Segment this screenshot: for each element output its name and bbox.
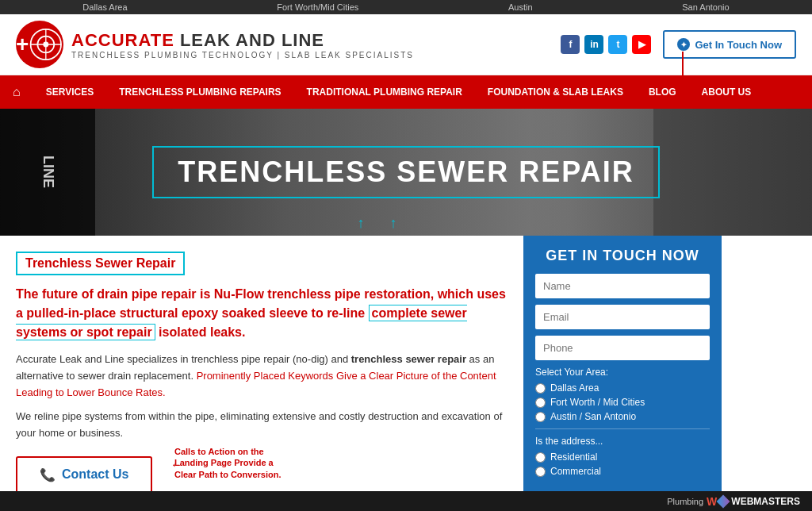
nav-foundation[interactable]: FOUNDATION & SLAB LEAKS	[475, 77, 636, 107]
hero-title: TRENCHLESS SEWER REPAIR	[178, 156, 634, 189]
area-fortworth-label: Fort Worth / Mid Cities	[550, 397, 645, 408]
area-radio-group: Dallas Area Fort Worth / Mid Cities Aust…	[535, 382, 710, 422]
area-label: Select Your Area:	[535, 367, 710, 378]
nav-blog[interactable]: BLOG	[636, 77, 689, 107]
site-header: ACCURATE LEAK AND LINE TRENCHLESS PLUMBI…	[0, 14, 812, 75]
email-input[interactable]	[535, 305, 710, 329]
logo-icon	[16, 21, 63, 68]
youtube-icon[interactable]: ▶	[632, 35, 651, 54]
phone-input[interactable]	[535, 336, 710, 360]
area-austin[interactable]: Austin / San Antonio	[535, 411, 710, 422]
area-dallas-label: Dallas Area	[550, 382, 599, 394]
address-commercial-label: Commercial	[550, 466, 601, 477]
highlight-phrase: complete sewer systems or spot repair	[16, 305, 467, 340]
nav-traditional[interactable]: TRADITIONAL PLUMBING REPAIR	[294, 77, 475, 107]
bottom-bar: Plumbing W WEBMASTERS	[0, 491, 812, 511]
hero-annotation-arrow: ↑	[390, 215, 397, 232]
logo-text: ACCURATE LEAK AND LINE TRENCHLESS PLUMBI…	[71, 30, 414, 60]
hero-annotation-arrow2: ↑	[358, 215, 365, 232]
linkedin-icon[interactable]: in	[584, 35, 603, 54]
address-commercial-radio[interactable]	[535, 467, 546, 477]
main-nav: ⌂ SERVICES TRENCHLESS PLUMBING REPAIRS T…	[0, 75, 812, 109]
social-icons: f in t ▶	[561, 35, 651, 54]
contact-us-button[interactable]: 📞 Contact Us	[16, 456, 152, 494]
contact-form: GET IN TOUCH NOW Select Your Area: Dalla…	[523, 236, 722, 509]
body-paragraph-2: We reline pipe systems from within the p…	[16, 409, 508, 442]
topbar-link-sanantonio[interactable]: San Antonio	[682, 2, 729, 12]
nav-trenchless[interactable]: TRENCHLESS PLUMBING REPAIRS	[106, 77, 293, 107]
address-residential-label: Residential	[550, 451, 597, 463]
cta-button-label: Get In Touch Now	[695, 39, 782, 51]
circle-icon: ✦	[677, 38, 690, 51]
webmasters-brand: WEBMASTERS	[731, 496, 800, 507]
topbar-link-austin[interactable]: Austin	[508, 2, 533, 12]
nav-home[interactable]: ⌂	[0, 75, 33, 109]
webmasters-logo: Plumbing W WEBMASTERS	[667, 495, 800, 508]
form-title: GET IN TOUCH NOW	[535, 248, 710, 264]
area-austin-radio[interactable]	[535, 412, 546, 422]
header-right: f in t ▶ ✦ Get In Touch Now	[561, 30, 796, 59]
area-dallas-radio[interactable]	[535, 383, 546, 394]
section-title-box: Trenchless Sewer Repair	[16, 252, 185, 275]
home-icon: ⌂	[13, 85, 21, 98]
form-divider	[535, 428, 710, 429]
topbar-link-dallas[interactable]: Dallas Area	[82, 2, 127, 12]
area-dallas[interactable]: Dallas Area	[535, 382, 710, 394]
address-radio-group: Residential Commercial	[535, 451, 710, 477]
vertical-arrow-line	[682, 52, 684, 79]
intro-paragraph: The future of drain pipe repair is Nu-Fl…	[16, 285, 508, 342]
logo-area: ACCURATE LEAK AND LINE TRENCHLESS PLUMBI…	[16, 21, 414, 68]
logo-name: ACCURATE LEAK AND LINE	[71, 30, 414, 51]
nav-services[interactable]: SERVICES	[33, 77, 106, 107]
area-austin-label: Austin / San Antonio	[550, 411, 636, 422]
phone-icon: 📞	[40, 467, 56, 482]
facebook-icon[interactable]: f	[561, 35, 580, 54]
address-label: Is the address...	[535, 436, 710, 447]
annotation-cta-text: Calls to Action on theLanding Page Provi…	[174, 446, 301, 480]
section-title: Trenchless Sewer Repair	[25, 256, 175, 270]
arrow-head: ▶	[725, 74, 734, 89]
contact-btn-label: Contact Us	[62, 467, 128, 482]
address-commercial[interactable]: Commercial	[535, 466, 710, 477]
address-residential[interactable]: Residential	[535, 451, 710, 463]
plumbing-text: Plumbing	[667, 497, 703, 506]
area-fortworth[interactable]: Fort Worth / Mid Cities	[535, 397, 710, 408]
left-content: Trenchless Sewer Repair The future of dr…	[0, 236, 523, 509]
keyword-annotation: Prominently Placed Keywords Give a Clear…	[16, 370, 496, 398]
area-fortworth-radio[interactable]	[535, 398, 546, 408]
topbar-link-fortworth[interactable]: Fort Worth/Mid Cities	[277, 2, 358, 12]
hero-title-box: TRENCHLESS SEWER REPAIR	[152, 146, 659, 198]
name-input[interactable]	[535, 274, 710, 298]
main-content: Trenchless Sewer Repair The future of dr…	[0, 236, 812, 509]
logo-tagline: TRENCHLESS PLUMBING TECHNOLOGY | SLAB LE…	[71, 51, 414, 60]
body-paragraph-1: Accurate Leak and Line specializes in tr…	[16, 352, 508, 401]
address-residential-radio[interactable]	[535, 452, 546, 463]
twitter-icon[interactable]: t	[608, 35, 627, 54]
wm-icon: W	[707, 495, 728, 508]
top-bar: Dallas Area Fort Worth/Mid Cities Austin…	[0, 0, 812, 14]
wm-diamond	[717, 494, 730, 508]
hero-section: LINE TRENCHLESS SEWER REPAIR ↑ ↑	[0, 109, 812, 236]
